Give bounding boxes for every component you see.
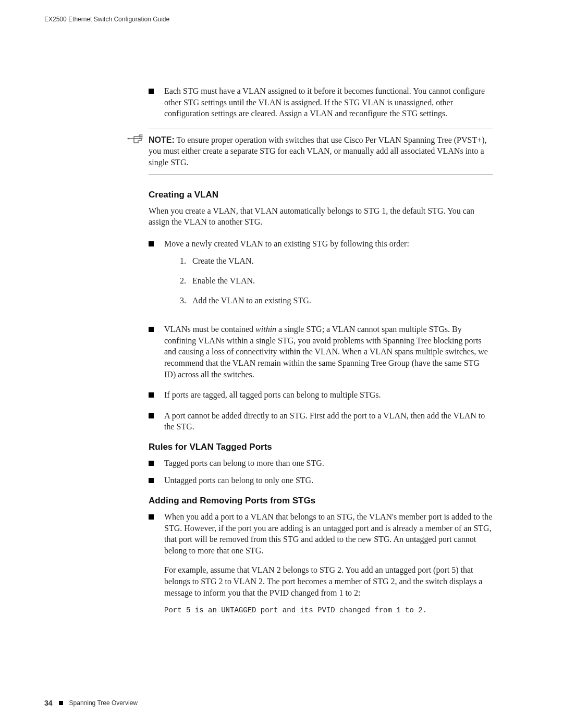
bullet-port-not-direct: A port cannot be added directly to an ST… bbox=[149, 410, 493, 433]
bullet-square-icon bbox=[149, 514, 154, 520]
step-text: Enable the VLAN. bbox=[192, 275, 255, 287]
bullet-untagged-one-text: Untagged ports can belong to only one ST… bbox=[164, 475, 313, 486]
note-text: NOTE: To ensure proper operation with sw… bbox=[149, 134, 493, 168]
bullet-square-icon bbox=[149, 241, 154, 246]
bullet-square-icon bbox=[149, 327, 154, 332]
bullet-vlan-contained: VLANs must be contained within a single … bbox=[149, 324, 493, 380]
bullet-intro: Move a newly created VLAN to an existing… bbox=[164, 239, 409, 248]
page-number: 34 bbox=[44, 699, 53, 707]
bullet-add-port: When you add a port to a VLAN that belon… bbox=[149, 511, 493, 621]
add-port-p2: For example, assume that VLAN 2 belongs … bbox=[164, 564, 493, 598]
step-num: 2. bbox=[180, 275, 192, 287]
step-num: 1. bbox=[180, 255, 192, 267]
section-creating-vlan: Creating a VLAN When you create a VLAN, … bbox=[149, 190, 493, 621]
running-header: EX2500 Ethernet Switch Configuration Gui… bbox=[44, 16, 519, 23]
bullet-ports-tagged: If ports are tagged, all tagged ports ca… bbox=[149, 389, 493, 401]
step-text: Add the VLAN to an existing STG. bbox=[192, 295, 311, 306]
intro-bullet-text: Each STG must have a VLAN assigned to it… bbox=[164, 85, 493, 119]
bullet-port-not-direct-text: A port cannot be added directly to an ST… bbox=[164, 410, 493, 433]
bullet-vlan-contained-text: VLANs must be contained within a single … bbox=[164, 324, 493, 380]
bullet-untagged-one: Untagged ports can belong to only one ST… bbox=[149, 475, 493, 486]
step-1: 1.Create the VLAN. bbox=[180, 255, 409, 267]
note-label: NOTE: bbox=[149, 135, 175, 144]
bullet-square-icon bbox=[149, 392, 154, 398]
heading-rules-tagged: Rules for VLAN Tagged Ports bbox=[149, 442, 493, 452]
add-port-p1: When you add a port to a VLAN that belon… bbox=[164, 511, 493, 556]
page-root: EX2500 Ethernet Switch Configuration Gui… bbox=[0, 0, 563, 728]
bullet-move-vlan: Move a newly created VLAN to an existing… bbox=[149, 238, 493, 314]
heading-creating-vlan: Creating a VLAN bbox=[149, 190, 493, 200]
b2-italic: within bbox=[255, 325, 276, 334]
step-text: Create the VLAN. bbox=[192, 255, 253, 267]
ordered-steps: 1.Create the VLAN. 2.Enable the VLAN. 3.… bbox=[180, 255, 409, 306]
b2-pre: VLANs must be contained bbox=[164, 325, 255, 334]
bullet-tagged-multi-text: Tagged ports can belong to more than one… bbox=[164, 458, 324, 469]
note-block: NOTE: To ensure proper operation with sw… bbox=[149, 129, 493, 175]
bullet-square-icon bbox=[149, 461, 154, 466]
step-3: 3.Add the VLAN to an existing STG. bbox=[180, 295, 409, 306]
note-body: To ensure proper operation with switches… bbox=[149, 135, 487, 167]
footer-square-icon bbox=[59, 701, 63, 705]
intro-block: Each STG must have a VLAN assigned to it… bbox=[149, 85, 493, 119]
bullet-ports-tagged-text: If ports are tagged, all tagged ports ca… bbox=[164, 389, 381, 401]
code-output: Port 5 is an UNTAGGED port and its PVID … bbox=[164, 606, 493, 615]
footer-section: Spanning Tree Overview bbox=[69, 699, 138, 707]
bullet-square-icon bbox=[149, 89, 154, 94]
intro-bullet: Each STG must have a VLAN assigned to it… bbox=[149, 85, 493, 119]
para-creating-vlan: When you create a VLAN, that VLAN automa… bbox=[149, 205, 493, 228]
bullet-add-port-text: When you add a port to a VLAN that belon… bbox=[164, 511, 493, 621]
note-hand-icon bbox=[127, 133, 145, 148]
step-num: 3. bbox=[180, 295, 192, 306]
page-footer: 34 Spanning Tree Overview bbox=[44, 699, 138, 707]
bullet-move-vlan-text: Move a newly created VLAN to an existing… bbox=[164, 238, 409, 314]
heading-add-remove-ports: Adding and Removing Ports from STGs bbox=[149, 496, 493, 506]
bullet-square-icon bbox=[149, 413, 154, 418]
step-2: 2.Enable the VLAN. bbox=[180, 275, 409, 287]
bullet-tagged-multi: Tagged ports can belong to more than one… bbox=[149, 458, 493, 469]
bullet-square-icon bbox=[149, 478, 154, 483]
